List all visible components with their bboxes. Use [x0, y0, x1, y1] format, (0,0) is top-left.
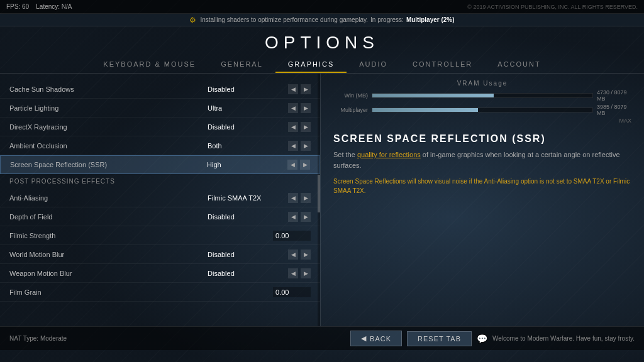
- latency-display: Latency: N/A: [36, 3, 72, 10]
- nat-info: NAT Type: Moderate: [9, 335, 67, 342]
- setting-arrows: ◀ ▶: [288, 84, 311, 94]
- back-arrow-icon: ◀: [361, 334, 367, 343]
- arrow-left[interactable]: ◀: [288, 268, 298, 278]
- arrow-left[interactable]: ◀: [287, 160, 297, 170]
- tab-account[interactable]: Account: [485, 57, 553, 73]
- chat-icon: 💬: [477, 334, 487, 344]
- scrollbar-track: [318, 74, 320, 326]
- setting-label: Cache Sun Shadows: [9, 85, 208, 93]
- arrow-right[interactable]: ▶: [301, 193, 311, 203]
- setting-label: Particle Lighting: [9, 104, 208, 112]
- notification-text: Installing shaders to optimize performan…: [200, 16, 368, 23]
- setting-arrows: ◀ ▶: [288, 268, 311, 278]
- arrow-left[interactable]: ◀: [288, 84, 298, 94]
- setting-value: Disabled: [208, 213, 283, 221]
- arrow-right[interactable]: ▶: [301, 141, 311, 151]
- vram-title: VRAM Usage: [333, 80, 631, 87]
- vram-row-mp: Multiplayer 3985 / 8079 MB: [333, 104, 631, 116]
- setting-label: Film Grain: [9, 288, 273, 296]
- post-processing-header: Post Processing Effects: [0, 174, 320, 189]
- vram-max-label: MAX: [333, 118, 631, 124]
- ssr-title: SCREEN SPACE REFLECTION (SSR): [333, 133, 631, 145]
- setting-arrows: ◀ ▶: [288, 141, 311, 151]
- vram-label-win: Win (MB): [333, 92, 368, 99]
- vram-text-mp: 3985 / 8079 MB: [597, 104, 631, 116]
- reset-tab-label: Reset Tab: [418, 335, 461, 343]
- vram-fill-mp: [372, 108, 478, 112]
- setting-value: Disabled: [208, 85, 283, 93]
- tab-keyboard-mouse[interactable]: Keyboard & Mouse: [91, 57, 208, 73]
- setting-label: Weapon Motion Blur: [9, 270, 208, 277]
- arrow-left[interactable]: ◀: [288, 250, 298, 260]
- fps-display: FPS: 60: [6, 3, 29, 10]
- tab-audio[interactable]: Audio: [347, 57, 400, 73]
- arrow-right[interactable]: ▶: [300, 160, 310, 170]
- arrow-left[interactable]: ◀: [288, 122, 298, 132]
- arrow-right[interactable]: ▶: [301, 103, 311, 113]
- settings-panel: Cache Sun Shadows Disabled ◀ ▶ Particle …: [0, 74, 321, 326]
- vram-text-win: 4730 / 8079 MB: [597, 89, 631, 102]
- arrow-right[interactable]: ▶: [301, 212, 311, 222]
- setting-filmic-strength: Filmic Strength 0.00: [0, 226, 320, 245]
- bottom-bar: NAT Type: Moderate ◀ Back Reset Tab 💬 We…: [0, 326, 644, 350]
- back-button-label: Back: [370, 335, 391, 343]
- tab-graphics[interactable]: Graphics: [275, 57, 347, 73]
- setting-value: Disabled: [208, 251, 283, 258]
- setting-depth-of-field: Depth of Field Disabled ◀ ▶: [0, 207, 320, 226]
- setting-arrows: ◀ ▶: [288, 250, 311, 260]
- detail-panel: VRAM Usage Win (MB) 4730 / 8079 MB Multi…: [321, 74, 644, 326]
- setting-value: Filmic SMAA T2X: [208, 194, 283, 202]
- setting-directx-raytracing: DirectX Raytracing Disabled ◀ ▶: [0, 118, 320, 136]
- chat-section: 💬 Welcome to Modern Warfare. Have fun, s…: [477, 334, 635, 344]
- arrow-left[interactable]: ◀: [288, 141, 298, 151]
- arrow-right[interactable]: ▶: [301, 122, 311, 132]
- setting-cache-sun-shadows: Cache Sun Shadows Disabled ◀ ▶: [0, 80, 320, 99]
- setting-label: Depth of Field: [9, 213, 208, 221]
- tab-general[interactable]: General: [208, 57, 275, 73]
- setting-value: High: [207, 161, 282, 168]
- tab-controller[interactable]: Controller: [400, 57, 485, 73]
- setting-label: Anti-Aliasing: [9, 194, 208, 202]
- setting-world-motion-blur: World Motion Blur Disabled ◀ ▶: [0, 245, 320, 264]
- vram-fill-win: [372, 94, 494, 97]
- chat-message: Welcome to Modern Warfare. Have fun, sta…: [492, 335, 635, 342]
- bottom-buttons: ◀ Back Reset Tab 💬 Welcome to Modern War…: [350, 331, 635, 346]
- ssr-description: Set the quality for reflections of in-ga…: [333, 150, 631, 170]
- setting-label: Ambient Occlusion: [9, 142, 208, 150]
- setting-particle-lighting: Particle Lighting Ultra ◀ ▶: [0, 99, 320, 118]
- setting-value: Disabled: [208, 123, 283, 131]
- arrow-left[interactable]: ◀: [288, 103, 298, 113]
- setting-ambient-occlusion: Ambient Occlusion Both ◀ ▶: [0, 136, 320, 155]
- setting-weapon-motion-blur: Weapon Motion Blur Disabled ◀ ▶: [0, 264, 320, 283]
- setting-arrows: ◀ ▶: [288, 122, 311, 132]
- arrow-right[interactable]: ▶: [301, 250, 311, 260]
- setting-value: Ultra: [208, 104, 283, 112]
- vram-label-mp: Multiplayer: [333, 107, 368, 113]
- reset-tab-button[interactable]: Reset Tab: [407, 331, 472, 346]
- arrow-right[interactable]: ▶: [301, 268, 311, 278]
- ssr-desc-prefix: Set the: [333, 151, 357, 158]
- arrow-left[interactable]: ◀: [288, 212, 298, 222]
- back-button[interactable]: ◀ Back: [350, 331, 402, 346]
- ssr-desc-highlight: quality for reflections: [357, 151, 421, 158]
- arrow-right[interactable]: ▶: [301, 84, 311, 94]
- setting-value: Both: [208, 142, 283, 150]
- filmic-strength-input[interactable]: 0.00: [273, 231, 311, 241]
- vram-track-mp: [372, 107, 593, 112]
- arrow-left[interactable]: ◀: [288, 193, 298, 203]
- vram-bars: Win (MB) 4730 / 8079 MB Multiplayer 3985…: [333, 89, 631, 116]
- page-title: OPTIONS: [0, 33, 644, 53]
- vram-section: VRAM Usage Win (MB) 4730 / 8079 MB Multi…: [333, 80, 631, 124]
- setting-value: Disabled: [208, 270, 283, 277]
- notification-progress-label: In progress:: [370, 16, 404, 23]
- film-grain-input[interactable]: 0.00: [273, 287, 311, 297]
- version-info: © 2019 ACTIVISION PUBLISHING, INC. ALL R…: [467, 4, 638, 10]
- setting-ssr: Screen Space Reflection (SSR) High ◀ ▶: [0, 155, 320, 174]
- page-title-section: OPTIONS: [0, 26, 644, 57]
- vram-row-win: Win (MB) 4730 / 8079 MB: [333, 89, 631, 102]
- setting-label: World Motion Blur: [9, 251, 208, 258]
- scrollbar-thumb[interactable]: [318, 175, 320, 212]
- notification-progress-value: Multiplayer (2%): [406, 16, 455, 23]
- setting-label: Screen Space Reflection (SSR): [10, 161, 207, 168]
- nav-tabs: Keyboard & Mouse General Graphics Audio …: [0, 57, 644, 74]
